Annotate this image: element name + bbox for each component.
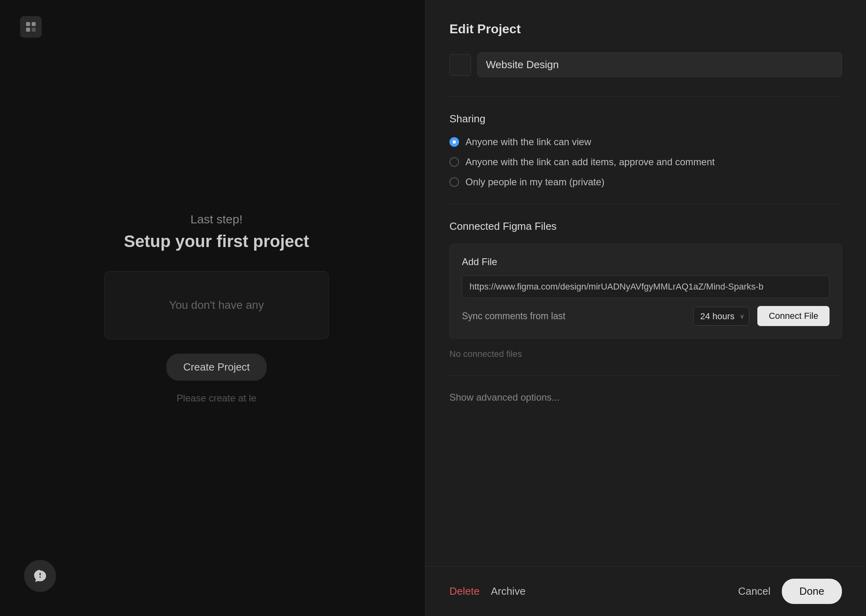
connected-files-box: Add File Sync comments from last 1 hour … [449,244,842,338]
radio-view-label: Anyone with the link can view [465,136,591,148]
empty-projects-text: You don't have any [169,299,264,312]
delete-button[interactable]: Delete [449,585,480,598]
radio-item-private[interactable]: Only people in my team (private) [449,176,842,188]
empty-projects-box: You don't have any [104,271,329,339]
sharing-title: Sharing [449,113,842,125]
radio-add-circle [449,157,459,167]
logo-icon [20,16,42,38]
divider-1 [449,96,842,97]
radio-private-label: Only people in my team (private) [465,176,605,188]
sync-label: Sync comments from last [462,311,565,322]
done-button[interactable]: Done [782,579,842,604]
connected-files-title: Connected Figma Files [449,220,842,233]
footer-right: Cancel Done [738,579,842,604]
add-file-title: Add File [462,256,830,267]
no-connected-files: No connected files [449,349,842,359]
svg-rect-2 [26,28,30,32]
modal-content: Edit Project Sharing Anyone with the lin… [425,0,866,566]
modal-footer: Delete Archive Cancel Done [425,566,866,616]
sharing-radio-group: Anyone with the link can view Anyone wit… [449,136,842,188]
logo-area [20,16,42,38]
project-name-row [449,53,842,77]
setup-title: Setup your first project [24,232,409,251]
radio-view-circle [449,137,459,147]
last-step-label: Last step! [24,213,409,226]
radio-add-label: Anyone with the link can add items, appr… [465,156,715,168]
svg-rect-3 [32,28,36,32]
onboarding-content: Last step! Setup your first project You … [24,213,409,404]
svg-rect-1 [32,22,36,26]
please-create-text: Please create at le [24,393,409,404]
chat-icon [33,569,47,583]
hours-select-wrapper: 1 hour 6 hours 12 hours 24 hours 48 hour… [693,307,749,326]
sync-row: Sync comments from last 1 hour 6 hours 1… [462,306,830,326]
modal-panel: Edit Project Sharing Anyone with the lin… [425,0,866,616]
cancel-button[interactable]: Cancel [738,585,771,598]
left-panel: Last step! Setup your first project You … [0,0,433,616]
project-name-input[interactable] [478,53,842,77]
color-swatch[interactable] [449,54,471,76]
connect-file-button[interactable]: Connect File [757,306,830,326]
radio-private-circle [449,177,459,187]
hours-select[interactable]: 1 hour 6 hours 12 hours 24 hours 48 hour… [693,307,749,326]
svg-rect-0 [26,22,30,26]
figma-url-input[interactable] [462,276,830,298]
sync-right: 1 hour 6 hours 12 hours 24 hours 48 hour… [693,306,830,326]
create-project-button[interactable]: Create Project [166,354,267,381]
footer-left: Delete Archive [449,585,526,598]
radio-item-add[interactable]: Anyone with the link can add items, appr… [449,156,842,168]
archive-button[interactable]: Archive [491,585,526,598]
radio-item-view[interactable]: Anyone with the link can view [449,136,842,148]
modal-title: Edit Project [449,22,842,36]
chat-button[interactable] [24,560,56,592]
divider-3 [449,375,842,376]
divider-2 [449,204,842,204]
advanced-options-link[interactable]: Show advanced options... [449,392,560,403]
